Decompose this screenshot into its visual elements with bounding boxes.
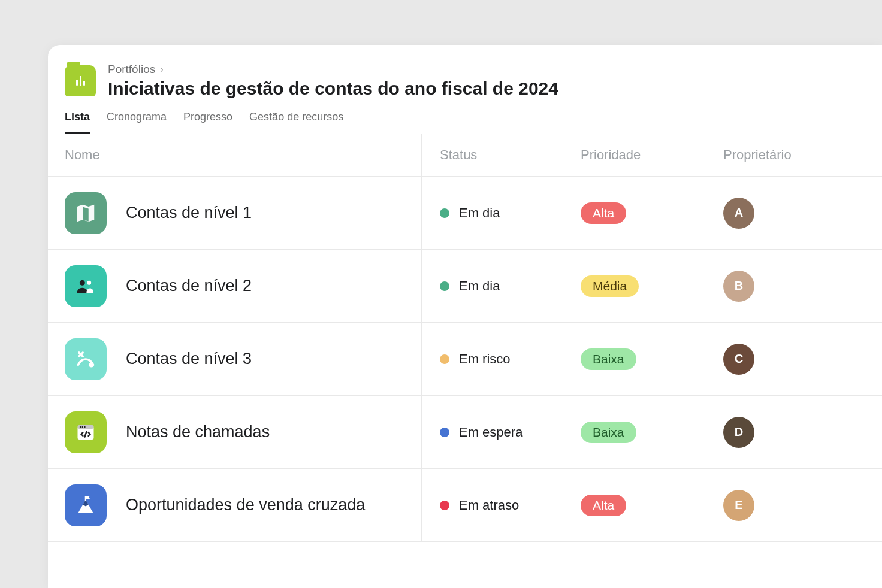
cell-name: Contas de nível 2 [65,265,421,307]
cell-status[interactable]: Em dia [421,177,581,249]
priority-badge: Baixa [581,422,636,443]
svg-point-0 [80,280,85,285]
avatar[interactable]: C [723,344,754,375]
status-dot-icon [440,208,449,218]
cell-owner[interactable]: C [723,344,754,375]
svg-point-1 [87,280,91,284]
code-window-icon [65,411,107,453]
table-header: Nome Status Prioridade Proprietário [48,134,882,177]
cell-status[interactable]: Em risco [421,323,581,395]
cell-name: Oportunidades de venda cruzada [65,484,421,526]
status-dot-icon [440,428,449,437]
status-dot-icon [440,501,449,510]
cell-priority[interactable]: Baixa [581,348,723,370]
priority-badge: Alta [581,495,626,516]
tab-cronograma[interactable]: Cronograma [107,111,167,134]
cell-name: Notas de chamadas [65,411,421,453]
project-name[interactable]: Contas de nível 2 [126,277,252,295]
page-title: Iniciativas de gestão de contas do ano f… [108,78,558,99]
table-row[interactable]: Oportunidades de venda cruzadaEm atrasoA… [48,469,882,542]
svg-point-7 [84,426,85,427]
map-icon [65,192,107,234]
status-dot-icon [440,281,449,291]
table-row[interactable]: Contas de nível 2Em diaMédiaB [48,250,882,323]
project-name[interactable]: Notas de chamadas [126,423,270,441]
people-icon [65,265,107,307]
tab-gestão-de-recursos[interactable]: Gestão de recursos [249,111,343,134]
project-name[interactable]: Oportunidades de venda cruzada [126,496,365,514]
cell-owner[interactable]: B [723,271,754,302]
portfolio-panel: Portfólios › Iniciativas de gestão de co… [48,45,882,588]
avatar[interactable]: E [723,490,754,521]
cell-priority[interactable]: Alta [581,495,723,516]
column-header-name[interactable]: Nome [65,134,421,176]
breadcrumb[interactable]: Portfólios › [108,63,558,76]
bar-chart-icon [76,76,85,86]
cell-name: Contas de nível 1 [65,192,421,234]
cell-priority[interactable]: Média [581,275,723,297]
column-header-owner[interactable]: Proprietário [723,134,882,176]
priority-badge: Baixa [581,348,636,370]
mountain-flag-icon [65,484,107,526]
cell-priority[interactable]: Alta [581,202,723,224]
cell-status[interactable]: Em espera [421,396,581,468]
cell-owner[interactable]: A [723,198,754,229]
status-label: Em risco [459,351,511,367]
svg-rect-8 [85,496,86,501]
tab-progresso[interactable]: Progresso [183,111,232,134]
column-header-status[interactable]: Status [421,134,581,176]
svg-point-6 [82,426,83,427]
cell-owner[interactable]: D [723,417,754,448]
status-label: Em atraso [459,498,519,513]
strategy-icon [65,338,107,380]
avatar[interactable]: A [723,198,754,229]
chevron-right-icon: › [160,64,163,75]
column-header-priority[interactable]: Prioridade [581,134,723,176]
priority-badge: Alta [581,202,626,224]
table-row[interactable]: Notas de chamadasEm esperaBaixaD [48,396,882,469]
avatar[interactable]: D [723,417,754,448]
table-body: Contas de nível 1Em diaAltaAContas de ní… [48,177,882,542]
header-top: Portfólios › Iniciativas de gestão de co… [65,63,865,99]
svg-point-2 [89,362,94,367]
cell-name: Contas de nível 3 [65,338,421,380]
header: Portfólios › Iniciativas de gestão de co… [48,45,882,99]
cell-priority[interactable]: Baixa [581,422,723,443]
svg-point-5 [80,426,81,427]
status-label: Em dia [459,205,500,221]
avatar[interactable]: B [723,271,754,302]
status-label: Em espera [459,425,522,440]
table-row[interactable]: Contas de nível 3Em riscoBaixaC [48,323,882,396]
status-dot-icon [440,354,449,364]
priority-badge: Média [581,275,639,297]
tab-lista[interactable]: Lista [65,111,90,134]
project-name[interactable]: Contas de nível 1 [126,204,252,222]
cell-status[interactable]: Em dia [421,250,581,322]
project-name[interactable]: Contas de nível 3 [126,350,252,368]
portfolio-folder-icon [65,65,96,96]
tabs: ListaCronogramaProgressoGestão de recurs… [48,99,882,134]
cell-status[interactable]: Em atraso [421,469,581,541]
status-label: Em dia [459,278,500,294]
table-row[interactable]: Contas de nível 1Em diaAltaA [48,177,882,250]
cell-owner[interactable]: E [723,490,754,521]
breadcrumb-root[interactable]: Portfólios [108,63,155,76]
